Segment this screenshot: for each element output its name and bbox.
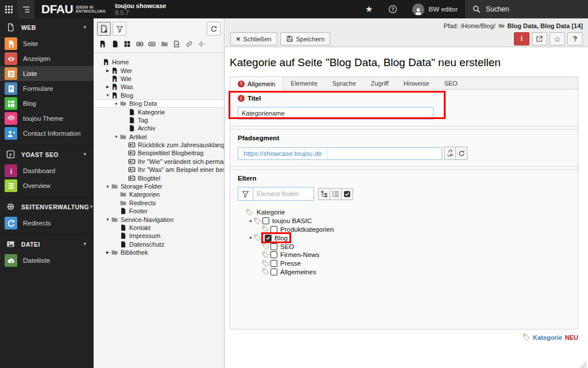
checkbox-unchecked[interactable] bbox=[270, 226, 277, 233]
sidebar-item-redirects[interactable]: Redirects bbox=[0, 216, 94, 231]
tree-node-service-navigation[interactable]: ▼Service-Navigation bbox=[94, 215, 224, 223]
sidebar-item-dateiliste[interactable]: Dateiliste bbox=[0, 253, 94, 268]
save-button[interactable]: Speichern bbox=[280, 32, 331, 45]
collapse-tree-button[interactable] bbox=[330, 188, 342, 200]
pageblank-drag-icon[interactable] bbox=[111, 40, 119, 48]
caret-closed-icon[interactable]: ▶ bbox=[105, 85, 111, 89]
sidebar-item-overview[interactable]: Overview bbox=[0, 178, 94, 193]
sidebar-item-blog[interactable]: Blog bbox=[0, 96, 94, 111]
filter-pages-button[interactable] bbox=[113, 22, 126, 36]
caret-open-icon[interactable]: ▼ bbox=[105, 217, 111, 221]
resize-grip[interactable] bbox=[580, 361, 587, 367]
tree-node-bibliothek[interactable]: ▶Bibliothek bbox=[94, 248, 224, 256]
grid4dark-drag-icon[interactable] bbox=[123, 40, 131, 48]
category-row-toujou-basic[interactable]: ▼toujou BASIC bbox=[238, 217, 570, 225]
user-menu[interactable]: BW editor bbox=[405, 0, 466, 18]
slug-recalculate-button[interactable] bbox=[455, 147, 467, 160]
sidebar-item-seite[interactable]: Seite bbox=[0, 36, 94, 51]
sidebar-item-contact-information[interactable]: Contact Information bbox=[0, 126, 94, 141]
tree-node-wie[interactable]: Wie bbox=[94, 75, 224, 83]
caret-open-icon[interactable]: ▼ bbox=[247, 219, 254, 223]
toggle-checkboxes-button[interactable] bbox=[341, 188, 353, 200]
category-row-allgemeines[interactable]: Allgemeines bbox=[238, 268, 570, 277]
page-tree-toggle-button[interactable] bbox=[17, 0, 34, 18]
tree-node-kontakt[interactable]: Kontakt bbox=[94, 224, 224, 232]
banner-drag-icon[interactable] bbox=[136, 40, 144, 48]
caret-open-icon[interactable]: ▼ bbox=[247, 236, 254, 240]
caret-closed-icon[interactable]: ▶ bbox=[105, 250, 111, 255]
tree-node-beispieltitel-blogbeitrag[interactable]: Beispieltitel Blogbeitrag bbox=[94, 149, 224, 157]
tree-node-archiv[interactable]: Archiv bbox=[94, 124, 224, 132]
sidebar-item-toujou-theme[interactable]: toujou Theme bbox=[0, 111, 94, 126]
brand-logo[interactable]: DFAU IDEEN INENTWICKLUNG bbox=[34, 0, 106, 18]
tab-hinweise[interactable]: Hinweise bbox=[396, 77, 437, 89]
caret-open-icon[interactable]: ▼ bbox=[105, 93, 111, 97]
pagearrow-drag-icon[interactable] bbox=[173, 40, 180, 48]
record-help-button[interactable]: ? bbox=[567, 32, 583, 45]
bookmarks-button[interactable]: ★ bbox=[358, 0, 380, 18]
checkbox-unchecked[interactable] bbox=[270, 269, 277, 275]
category-filter-button[interactable] bbox=[238, 187, 253, 201]
module-section-header-datei[interactable]: DATEI▼ bbox=[0, 235, 94, 253]
tree-node-artikel[interactable]: ▼Artikel bbox=[94, 133, 224, 141]
checkbox-checked[interactable] bbox=[265, 235, 272, 241]
slug-input[interactable] bbox=[327, 147, 442, 160]
tree-node-datenschutz[interactable]: Datenschutz bbox=[94, 240, 224, 248]
category-row-kategorie[interactable]: Kategorie bbox=[238, 208, 570, 217]
category-row-blog[interactable]: ▼Blog bbox=[238, 233, 570, 242]
info-button[interactable]: i bbox=[514, 32, 529, 45]
tree-node-kategorie[interactable]: Kategorie bbox=[94, 108, 224, 116]
refresh-tree-button[interactable] bbox=[207, 22, 220, 36]
checkbox-unchecked[interactable] bbox=[262, 217, 269, 224]
caret-open-icon[interactable]: ▼ bbox=[105, 185, 111, 189]
caret-closed-icon[interactable]: ▶ bbox=[105, 68, 111, 73]
titel-input[interactable] bbox=[238, 107, 434, 120]
module-section-header-seitenverwaltung[interactable]: SEITENVERWALTUNG▼ bbox=[0, 198, 94, 216]
module-menu-toggle-button[interactable] bbox=[0, 0, 17, 18]
tab-allgemein[interactable]: !Allgemein bbox=[230, 77, 283, 90]
category-row-firmen-news[interactable]: Firmen-News bbox=[238, 251, 570, 259]
tree-node-kategorien[interactable]: Kategorien bbox=[94, 190, 224, 198]
category-row-presse[interactable]: Presse bbox=[238, 259, 570, 268]
tab-seo[interactable]: SEO bbox=[436, 77, 465, 89]
checkbox-unchecked[interactable] bbox=[270, 251, 277, 258]
module-section-header-web[interactable]: WEB▼ bbox=[0, 18, 94, 36]
help-button[interactable]: ? bbox=[381, 0, 405, 18]
module-section-header-yoast-seo[interactable]: yYOAST SEO▼ bbox=[0, 145, 94, 163]
tab-zugriff[interactable]: Zugriff bbox=[363, 77, 396, 89]
tree-node-ihr-was-am-beispiel-einer-bestimm[interactable]: Ihr "Was" am Beispiel einer bestimm bbox=[94, 166, 224, 174]
foldergray-drag-icon[interactable] bbox=[161, 40, 168, 48]
slug-toggle-button[interactable] bbox=[444, 147, 456, 160]
tab-elemente[interactable]: Elemente bbox=[283, 77, 324, 89]
tree-node-blog-data[interactable]: ▼Blog Data bbox=[94, 99, 224, 108]
close-button[interactable]: ×Schließen bbox=[230, 32, 277, 45]
caret-open-icon[interactable]: ▼ bbox=[113, 135, 119, 139]
tree-node-tag[interactable]: Tag bbox=[94, 116, 224, 124]
tree-node-r-ckblick-zum-jahresausklangsever[interactable]: Rückblick zum Jahresausklangsever bbox=[94, 141, 224, 149]
category-filter-input[interactable] bbox=[253, 187, 314, 201]
expand-tree-button[interactable] bbox=[318, 188, 330, 200]
tree-node-home[interactable]: Home bbox=[94, 58, 224, 66]
checkbox-unchecked[interactable] bbox=[270, 260, 277, 267]
tree-node-ihr-wie-ver-ndert-sich-permanent[interactable]: Ihr "Wie" verändert sich permanent bbox=[94, 158, 224, 166]
checkbox-unchecked[interactable] bbox=[270, 243, 277, 250]
dividericon-drag-icon[interactable] bbox=[198, 40, 205, 48]
chain-drag-icon[interactable] bbox=[185, 40, 193, 48]
new-page-button[interactable] bbox=[97, 22, 111, 36]
sidebar-item-formulare[interactable]: Formulare bbox=[0, 81, 94, 96]
record-title[interactable]: Blog Data, Blog Data [14] bbox=[508, 22, 583, 29]
bookmark-record-button[interactable]: ☆ bbox=[550, 32, 565, 45]
sidebar-item-anzeigen[interactable]: Anzeigen bbox=[0, 51, 94, 66]
sidebar-item-dashboard[interactable]: iDashboard bbox=[0, 163, 94, 178]
tree-node-storage-folder[interactable]: ▼Storage Folder bbox=[94, 182, 224, 190]
tree-node-footer[interactable]: Footer bbox=[94, 207, 224, 215]
open-in-new-window-button[interactable] bbox=[532, 32, 547, 45]
tree-node-redirects[interactable]: Redirects bbox=[94, 199, 224, 207]
tree-node-blog[interactable]: ▼Blog bbox=[94, 91, 224, 99]
caret-open-icon[interactable]: ▼ bbox=[113, 102, 119, 106]
tree-node-wer[interactable]: ▶Wer bbox=[94, 66, 224, 74]
tree-node-impressum[interactable]: Impressum bbox=[94, 232, 224, 240]
category-row-seo[interactable]: SEO bbox=[238, 242, 570, 251]
tree-node-blogtitel[interactable]: Blogtitel bbox=[94, 174, 224, 182]
tree-node-was[interactable]: ▶Was bbox=[94, 83, 224, 91]
